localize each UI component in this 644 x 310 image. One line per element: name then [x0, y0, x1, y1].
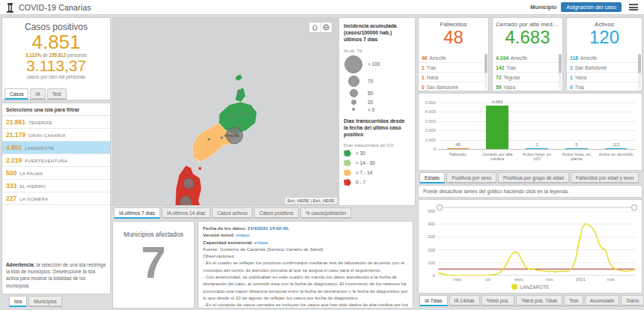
municipality-row[interactable]: 72Teguise — [493, 73, 559, 82]
series-metric-tab-2[interactable]: %test pos. — [482, 295, 514, 306]
positives-tab-2[interactable]: Test — [47, 88, 67, 100]
data-info-panel[interactable]: Fecha de los datos: 21/4/2021 14:02:40. … — [198, 221, 413, 309]
island-count: 4.851 — [6, 144, 22, 151]
municipality-row[interactable]: 0San Bartolomé — [419, 82, 484, 90]
island-scope-tab-1[interactable]: Municipios — [28, 296, 62, 307]
positives-tab-1[interactable]: IA — [30, 88, 45, 100]
app-header: COVID-19 Canarias Municipio Asignación d… — [0, 0, 644, 15]
bar-4[interactable] — [605, 148, 628, 149]
series-metric-tab-0[interactable]: IA 7días — [419, 295, 448, 306]
legend-size-heading: IA últ. 7d — [344, 48, 410, 53]
slider-track[interactable] — [438, 207, 636, 208]
line-chart-plot[interactable] — [438, 211, 636, 276]
bar-y-tick: 5.000 — [419, 100, 436, 105]
series-metric-tab-3[interactable]: %test pos. 7días — [516, 295, 562, 306]
map-layer-tab-3[interactable]: Casos positivos — [254, 207, 299, 219]
mobile-version-link[interactable]: enlace. — [236, 232, 251, 237]
series-metric-tab-6[interactable]: Diario — [621, 295, 644, 306]
deaths-value: 48 — [419, 28, 488, 47]
series-legend-label: LANZAROTE — [520, 285, 549, 290]
series-legend[interactable]: LANZAROTE — [419, 284, 642, 290]
line-y-tick: 0 — [420, 273, 435, 278]
island-row-gran-canaria[interactable]: 21.179GRAN CANARIA — [2, 129, 110, 142]
bar-value-label: 48 — [438, 142, 478, 147]
map-layer-tab-2[interactable]: Casos activos — [212, 207, 252, 219]
active-value: 120 — [567, 28, 642, 47]
map-basemap-globe-icon[interactable] — [321, 22, 332, 32]
status-tab-1[interactable]: Positivos por sexo — [446, 172, 496, 183]
positives-rate: 3.113,37 — [2, 58, 110, 74]
municipality-row[interactable]: 1San Bartolomé — [567, 63, 638, 73]
island-row-lanzarote[interactable]: 4.851LANZAROTE — [2, 142, 110, 154]
municipality-row[interactable]: 4.334Arrecife — [493, 53, 559, 63]
municipality-count: 72 — [496, 75, 502, 80]
bar-y-tick: 1.000 — [419, 138, 436, 142]
map-layer-tab-1[interactable]: IA últimos 14 días — [162, 207, 210, 219]
legend-hint-text: Puede desactivar series del gráfico haci… — [419, 186, 642, 197]
bar-category-label: Fallecido — [438, 152, 478, 162]
island-row-la-gomera[interactable]: 227LA GOMERA — [2, 192, 110, 205]
positives-tab-0[interactable]: Casos — [4, 88, 28, 100]
bar-chart-plot[interactable]: 484.68325113 — [438, 103, 636, 149]
status-tab-0[interactable]: Estado — [419, 172, 445, 183]
legend-size-label: 70 — [368, 79, 373, 84]
bar-category-label: Cerrado por alta médica — [478, 152, 517, 162]
municipality-row[interactable]: 46Arrecife — [419, 53, 484, 63]
municipality-row[interactable]: 142Tías — [493, 63, 559, 73]
active-by-municipality-list[interactable]: 118Arrecife1San Bartolomé1Yaiza0Tías — [567, 53, 638, 90]
deaths-by-municipality-list[interactable]: 46Arrecife1Tías1Haría0San Bartolomé — [419, 53, 484, 90]
municipality-count: 1 — [422, 65, 425, 70]
days-swatch-icon — [344, 150, 351, 156]
island-scope-tab-0[interactable]: Isla — [9, 296, 27, 307]
series-metric-tab-1[interactable]: IA 14días — [449, 295, 480, 306]
menu-icon[interactable] — [629, 4, 638, 10]
positives-panel: Casos positivos 4.851 3,113% de 155.812 … — [1, 17, 111, 100]
map-panel[interactable]: Arrecife Esri, HERE | Esri, HERE Inciden… — [112, 17, 416, 206]
municipality-row[interactable]: 59Yaiza — [493, 82, 559, 90]
scrollbar[interactable] — [484, 54, 487, 90]
legend-title: Incidencia acumulada (casos/100000 hab.)… — [344, 22, 410, 43]
series-metric-tab-4[interactable]: Test — [564, 295, 583, 306]
observation-bullet: - Con anterioridad, se publicaban en est… — [203, 273, 408, 301]
scrollbar[interactable] — [559, 54, 562, 90]
legend-days-item: > 7 - 14 — [344, 169, 410, 176]
municipality-row[interactable]: 1Tías — [419, 63, 484, 73]
line-chart-x-axis: may.jul.sept.nov.2021mar. — [438, 277, 636, 283]
municipality-name: Haría — [427, 75, 439, 80]
bar-3[interactable] — [565, 148, 588, 149]
municipality-row[interactable]: 1Haría — [419, 73, 484, 82]
line-x-tick: 2021 — [575, 277, 585, 282]
municipality-name: Teguise — [504, 75, 520, 80]
slider-handle-right[interactable] — [631, 204, 637, 210]
municipality-row[interactable]: 1Yaiza — [567, 73, 638, 82]
assign-case-button[interactable]: Asignación del caso — [561, 2, 622, 12]
series-metric-tab-5[interactable]: Acumulado — [585, 295, 620, 306]
recovered-value: 4.683 — [493, 28, 562, 47]
status-tab-3[interactable]: Fallecidos por edad y sexo — [571, 172, 639, 183]
recovered-by-municipality-list[interactable]: 4.334Arrecife142Tías72Teguise59Yaiza — [493, 53, 559, 90]
island-row-tenerife[interactable]: 21.861TENERIFE — [2, 116, 110, 129]
municipality-row[interactable]: 0Tías — [567, 82, 638, 90]
capacity-link[interactable]: enlace. — [254, 240, 269, 245]
island-row-el-hierro[interactable]: 333EL HIERRO — [2, 180, 110, 192]
map-home-icon[interactable] — [309, 22, 321, 32]
map-layer-tab-0[interactable]: IA últimos 7 días — [114, 207, 160, 219]
map-layer-tab-4[interactable]: % casos/población — [300, 207, 351, 219]
legend-days-item: > 30 — [344, 150, 410, 156]
scrollbar[interactable] — [638, 54, 641, 90]
island-row-fuerteventura[interactable]: 2.219FUERTEVENTURA — [2, 154, 110, 167]
municipality-count: 1 — [570, 65, 573, 70]
active-panel: Activos 120 118Arrecife1San Bartolomé1Ya… — [566, 17, 643, 91]
municipality-count: 1 — [422, 75, 425, 80]
bar-0[interactable] — [447, 148, 470, 149]
island-name: LA PALMA — [19, 171, 43, 176]
municipality-name: Tías — [575, 85, 584, 90]
municipality-name: San Bartolomé — [575, 65, 607, 70]
municipality-row[interactable]: 118Arrecife — [567, 53, 638, 63]
municipality-count: 59 — [496, 85, 502, 90]
bar-2[interactable] — [526, 148, 548, 149]
status-tab-2[interactable]: Positivos por grupo de edad — [498, 172, 569, 183]
slider-handle-left[interactable] — [437, 204, 443, 210]
bar-1[interactable] — [486, 106, 508, 149]
island-row-la-palma[interactable]: 500LA PALMA — [2, 167, 110, 180]
